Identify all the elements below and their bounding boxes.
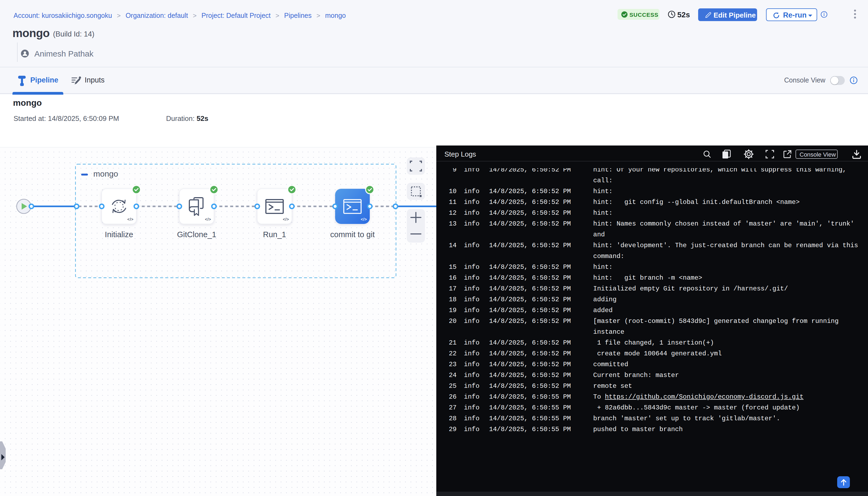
svg-text:Initialize: Initialize (105, 230, 133, 239)
svg-text:commit to git: commit to git (330, 230, 375, 239)
svg-text:</>: </> (127, 217, 134, 221)
svg-text:</>: </> (205, 217, 211, 221)
svg-text:</>: </> (283, 217, 289, 221)
svg-text:Run_1: Run_1 (263, 230, 286, 239)
svg-text:mongo: mongo (93, 169, 118, 178)
svg-text:</>: </> (361, 217, 367, 221)
svg-text:GitClone_1: GitClone_1 (177, 230, 216, 239)
